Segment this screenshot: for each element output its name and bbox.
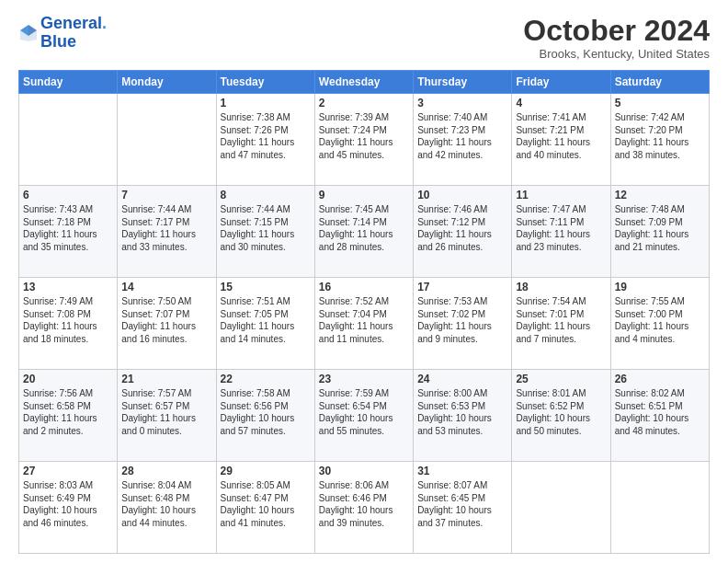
calendar-cell: 15Sunrise: 7:51 AM Sunset: 7:05 PM Dayli…	[216, 278, 314, 370]
day-info: Sunrise: 8:04 AM Sunset: 6:48 PM Dayligh…	[121, 479, 211, 529]
day-info: Sunrise: 7:43 AM Sunset: 7:18 PM Dayligh…	[23, 203, 113, 253]
day-info: Sunrise: 7:41 AM Sunset: 7:21 PM Dayligh…	[516, 111, 606, 161]
day-info: Sunrise: 7:56 AM Sunset: 6:58 PM Dayligh…	[23, 387, 113, 437]
day-number: 10	[417, 189, 507, 201]
day-info: Sunrise: 7:53 AM Sunset: 7:02 PM Dayligh…	[417, 295, 507, 345]
calendar-cell	[118, 94, 216, 186]
day-number: 2	[319, 97, 409, 109]
day-info: Sunrise: 8:05 AM Sunset: 6:47 PM Dayligh…	[221, 479, 311, 529]
calendar-cell: 25Sunrise: 8:01 AM Sunset: 6:52 PM Dayli…	[512, 370, 610, 462]
day-number: 6	[23, 189, 113, 201]
day-info: Sunrise: 8:00 AM Sunset: 6:53 PM Dayligh…	[417, 387, 507, 437]
day-info: Sunrise: 8:02 AM Sunset: 6:51 PM Dayligh…	[615, 387, 705, 437]
calendar-cell: 5Sunrise: 7:42 AM Sunset: 7:20 PM Daylig…	[610, 94, 709, 186]
calendar-cell: 14Sunrise: 7:50 AM Sunset: 7:07 PM Dayli…	[118, 278, 216, 370]
day-number: 21	[121, 373, 211, 385]
day-info: Sunrise: 8:03 AM Sunset: 6:49 PM Dayligh…	[23, 479, 113, 529]
day-number: 24	[417, 373, 507, 385]
calendar-cell: 11Sunrise: 7:47 AM Sunset: 7:11 PM Dayli…	[512, 186, 610, 278]
day-number: 1	[221, 97, 311, 109]
logo-text: General. Blue	[40, 15, 107, 52]
calendar-cell: 29Sunrise: 8:05 AM Sunset: 6:47 PM Dayli…	[216, 462, 314, 554]
day-info: Sunrise: 7:40 AM Sunset: 7:23 PM Dayligh…	[417, 111, 507, 161]
day-info: Sunrise: 7:47 AM Sunset: 7:11 PM Dayligh…	[516, 203, 606, 253]
calendar-cell: 30Sunrise: 8:06 AM Sunset: 6:46 PM Dayli…	[314, 462, 413, 554]
calendar-cell: 31Sunrise: 8:07 AM Sunset: 6:45 PM Dayli…	[414, 462, 512, 554]
day-info: Sunrise: 8:01 AM Sunset: 6:52 PM Dayligh…	[516, 387, 606, 437]
day-number: 7	[121, 189, 211, 201]
day-info: Sunrise: 7:38 AM Sunset: 7:26 PM Dayligh…	[221, 111, 311, 161]
calendar-cell: 18Sunrise: 7:54 AM Sunset: 7:01 PM Dayli…	[512, 278, 610, 370]
day-info: Sunrise: 7:51 AM Sunset: 7:05 PM Dayligh…	[221, 295, 311, 345]
day-info: Sunrise: 7:57 AM Sunset: 6:57 PM Dayligh…	[121, 387, 211, 437]
calendar-cell: 17Sunrise: 7:53 AM Sunset: 7:02 PM Dayli…	[414, 278, 512, 370]
day-info: Sunrise: 7:48 AM Sunset: 7:09 PM Dayligh…	[615, 203, 705, 253]
day-number: 14	[121, 281, 211, 293]
day-info: Sunrise: 7:45 AM Sunset: 7:14 PM Dayligh…	[319, 203, 409, 253]
page: General. Blue October 2024 Brooks, Kentu…	[0, 0, 728, 563]
day-number: 4	[516, 97, 606, 109]
calendar-cell: 28Sunrise: 8:04 AM Sunset: 6:48 PM Dayli…	[118, 462, 216, 554]
calendar-cell: 6Sunrise: 7:43 AM Sunset: 7:18 PM Daylig…	[19, 186, 118, 278]
day-number: 30	[319, 465, 409, 477]
calendar-cell: 27Sunrise: 8:03 AM Sunset: 6:49 PM Dayli…	[19, 462, 118, 554]
logo-line2: Blue	[40, 33, 107, 52]
title-area: October 2024 Brooks, Kentucky, United St…	[523, 15, 710, 61]
day-number: 27	[23, 465, 113, 477]
calendar-cell: 7Sunrise: 7:44 AM Sunset: 7:17 PM Daylig…	[118, 186, 216, 278]
header: General. Blue October 2024 Brooks, Kentu…	[18, 15, 710, 61]
calendar-cell: 10Sunrise: 7:46 AM Sunset: 7:12 PM Dayli…	[414, 186, 512, 278]
day-info: Sunrise: 7:50 AM Sunset: 7:07 PM Dayligh…	[121, 295, 211, 345]
day-info: Sunrise: 7:59 AM Sunset: 6:54 PM Dayligh…	[319, 387, 409, 437]
calendar-cell: 13Sunrise: 7:49 AM Sunset: 7:08 PM Dayli…	[19, 278, 118, 370]
calendar-cell: 22Sunrise: 7:58 AM Sunset: 6:56 PM Dayli…	[216, 370, 314, 462]
day-number: 9	[319, 189, 409, 201]
day-number: 19	[615, 281, 705, 293]
calendar-cell	[512, 462, 610, 554]
day-number: 11	[516, 189, 606, 201]
day-number: 12	[615, 189, 705, 201]
col-header-monday: Monday	[118, 71, 216, 94]
day-number: 26	[615, 373, 705, 385]
day-info: Sunrise: 8:06 AM Sunset: 6:46 PM Dayligh…	[319, 479, 409, 529]
day-info: Sunrise: 7:54 AM Sunset: 7:01 PM Dayligh…	[516, 295, 606, 345]
day-number: 28	[121, 465, 211, 477]
day-number: 13	[23, 281, 113, 293]
location: Brooks, Kentucky, United States	[523, 47, 710, 61]
calendar-cell: 9Sunrise: 7:45 AM Sunset: 7:14 PM Daylig…	[314, 186, 413, 278]
col-header-wednesday: Wednesday	[314, 71, 413, 94]
calendar-cell: 26Sunrise: 8:02 AM Sunset: 6:51 PM Dayli…	[610, 370, 709, 462]
calendar-cell: 19Sunrise: 7:55 AM Sunset: 7:00 PM Dayli…	[610, 278, 709, 370]
day-number: 8	[221, 189, 311, 201]
day-info: Sunrise: 7:55 AM Sunset: 7:00 PM Dayligh…	[615, 295, 705, 345]
logo: General. Blue	[18, 15, 107, 52]
day-info: Sunrise: 7:52 AM Sunset: 7:04 PM Dayligh…	[319, 295, 409, 345]
day-number: 22	[221, 373, 311, 385]
day-number: 29	[221, 465, 311, 477]
day-info: Sunrise: 7:42 AM Sunset: 7:20 PM Dayligh…	[615, 111, 705, 161]
day-number: 5	[615, 97, 705, 109]
col-header-friday: Friday	[512, 71, 610, 94]
day-number: 31	[417, 465, 507, 477]
calendar-cell: 20Sunrise: 7:56 AM Sunset: 6:58 PM Dayli…	[19, 370, 118, 462]
day-info: Sunrise: 7:58 AM Sunset: 6:56 PM Dayligh…	[221, 387, 311, 437]
day-number: 18	[516, 281, 606, 293]
day-number: 25	[516, 373, 606, 385]
calendar-cell: 2Sunrise: 7:39 AM Sunset: 7:24 PM Daylig…	[314, 94, 413, 186]
logo-blue-dot: .	[102, 14, 107, 32]
calendar-cell: 1Sunrise: 7:38 AM Sunset: 7:26 PM Daylig…	[216, 94, 314, 186]
calendar-cell	[19, 94, 118, 186]
calendar-cell: 12Sunrise: 7:48 AM Sunset: 7:09 PM Dayli…	[610, 186, 709, 278]
col-header-thursday: Thursday	[414, 71, 512, 94]
calendar-cell: 3Sunrise: 7:40 AM Sunset: 7:23 PM Daylig…	[414, 94, 512, 186]
day-info: Sunrise: 7:49 AM Sunset: 7:08 PM Dayligh…	[23, 295, 113, 345]
day-info: Sunrise: 7:44 AM Sunset: 7:15 PM Dayligh…	[221, 203, 311, 253]
month-title: October 2024	[523, 15, 710, 47]
calendar-table: SundayMondayTuesdayWednesdayThursdayFrid…	[18, 70, 710, 554]
day-info: Sunrise: 8:07 AM Sunset: 6:45 PM Dayligh…	[417, 479, 507, 529]
day-number: 16	[319, 281, 409, 293]
logo-icon	[18, 23, 39, 43]
day-number: 15	[221, 281, 311, 293]
day-info: Sunrise: 7:46 AM Sunset: 7:12 PM Dayligh…	[417, 203, 507, 253]
col-header-saturday: Saturday	[610, 71, 709, 94]
